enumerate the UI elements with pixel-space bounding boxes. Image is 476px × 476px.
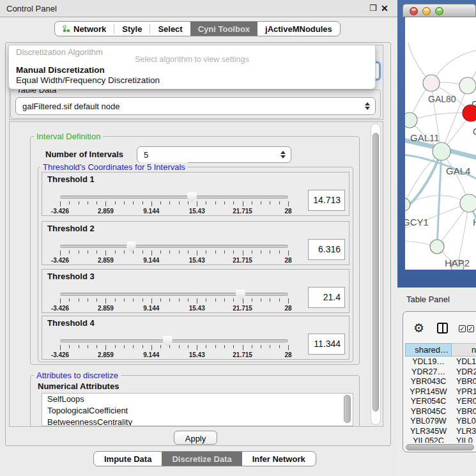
slider-tick: [169, 250, 170, 254]
table-rows[interactable]: YDL19…YDL1YDR27…YDR2YBR043CYBR0YPR145WYP…: [405, 357, 476, 443]
slider-track[interactable]: [60, 339, 288, 342]
tab-discretize-data[interactable]: Discretize Data: [162, 452, 242, 466]
network-node[interactable]: [423, 75, 440, 91]
column-header-name[interactable]: name: [452, 343, 476, 357]
slider-thumb[interactable]: [236, 289, 245, 300]
h-scrollbar-thumb[interactable]: [406, 444, 474, 450]
slider-tick: [79, 345, 79, 348]
threshold-panel: Threshold 4-3.4262.8599.14415.4321.71528…: [42, 316, 349, 360]
table-row[interactable]: YBR043CYBR0: [405, 377, 476, 387]
slider-tick: [197, 250, 197, 256]
table-row[interactable]: YDL19…YDL1: [405, 357, 476, 367]
node-label: GAL4: [446, 165, 470, 176]
table-header[interactable]: shared… name: [405, 343, 476, 357]
slider-tick: [224, 298, 225, 302]
float-icon[interactable]: ❒: [369, 3, 377, 13]
tab-network[interactable]: Network: [55, 22, 114, 36]
cell-name: YBR0: [452, 407, 476, 417]
threshold-value[interactable]: 14.713: [308, 190, 345, 211]
spinner-arrows-icon[interactable]: [280, 151, 286, 158]
table-row[interactable]: YIL052CYIL0: [405, 436, 476, 443]
slider-tick: [142, 201, 143, 204]
tab-jactivemnodules[interactable]: jActiveMNodules: [257, 22, 340, 36]
slider-tick: [179, 345, 180, 348]
tab-infer-network[interactable]: Infer Network: [242, 452, 316, 466]
attribute-item[interactable]: BetweennessCentrality: [42, 417, 353, 426]
list-scrollbar[interactable]: [344, 395, 351, 423]
popup-option[interactable]: Manual Discretization: [11, 65, 373, 76]
slider-tick: [261, 250, 261, 254]
slider-tick-label: 28: [284, 305, 291, 312]
table-row[interactable]: YLR345WYLR3: [405, 427, 476, 437]
tab-select[interactable]: Select: [150, 22, 190, 36]
slider-tick: [115, 298, 116, 302]
threshold-value[interactable]: 6.316: [308, 239, 345, 260]
slider-tick: [151, 250, 152, 256]
attribute-item[interactable]: TopologicalCoefficient: [42, 405, 353, 417]
threshold-value[interactable]: 11.344: [308, 334, 345, 355]
tab-impute-data[interactable]: Impute Data: [94, 452, 162, 466]
slider-tick: [179, 201, 180, 204]
slider-thumb[interactable]: [163, 336, 173, 347]
table-row[interactable]: YPR145WYPR1: [405, 387, 476, 397]
threshold-value[interactable]: 21.4: [308, 287, 345, 308]
checkbox-icon[interactable]: ✓: [459, 325, 466, 332]
slider-track[interactable]: [60, 245, 288, 248]
tab-style[interactable]: Style: [114, 22, 150, 36]
panel-scrollbar-track[interactable]: [371, 123, 381, 425]
control-panel-titlebar: [0, 0, 397, 17]
checkbox-icon[interactable]: ✓: [467, 325, 474, 332]
table-data-value: galFiltered.sif default node: [22, 102, 119, 111]
spinner-arrows-icon[interactable]: [365, 102, 370, 110]
cell-shared-name: YBR045C: [405, 407, 452, 417]
tab-label: Network: [73, 24, 106, 34]
slider-tick: [233, 201, 234, 204]
slider-tick: [261, 345, 261, 348]
network-node[interactable]: [405, 198, 410, 211]
network-canvas[interactable]: GAL80G.CGAL11GAL4GCY1HHAP2: [405, 17, 476, 270]
columns-icon[interactable]: [437, 323, 448, 334]
close-icon[interactable]: ✕: [381, 3, 388, 13]
num-intervals-combo[interactable]: 5: [137, 146, 291, 163]
threshold-title: Threshold 2: [47, 224, 95, 233]
gear-icon[interactable]: ⚙: [413, 322, 424, 334]
network-node[interactable]: [459, 77, 476, 94]
column-header-shared[interactable]: shared…: [405, 343, 452, 357]
slider-track[interactable]: [60, 196, 288, 199]
slider-tick: [96, 345, 97, 348]
slider-tick: [188, 250, 188, 254]
slider-tick: [115, 250, 116, 254]
slider-tick-label: -3.426: [51, 305, 69, 312]
minimize-light-icon[interactable]: [422, 7, 431, 15]
slider-tick: [133, 345, 134, 348]
thresholds-group-label: Threshold's Coordinates for 5 Intervals: [40, 162, 188, 172]
panel-scrollbar-thumb[interactable]: [372, 133, 379, 411]
zoom-light-icon[interactable]: [435, 7, 443, 15]
tab-label: Select: [158, 24, 182, 34]
table-data-combo[interactable]: galFiltered.sif default node: [15, 97, 376, 115]
network-node[interactable]: [430, 240, 444, 254]
close-light-icon[interactable]: [410, 7, 418, 15]
apply-button[interactable]: Apply: [174, 431, 217, 445]
table-row[interactable]: YDR27…YDR2: [405, 367, 476, 378]
slider-track[interactable]: [60, 293, 288, 296]
numerical-attributes-list[interactable]: SelfLoopsTopologicalCoefficientBetweenne…: [42, 393, 353, 426]
tab-cyni-toolbox[interactable]: Cyni Toolbox: [190, 22, 257, 36]
slider-tick-label: 9.144: [143, 305, 159, 312]
cell-name: YBL0: [452, 417, 476, 427]
popup-option[interactable]: Equal Width/Frequency Discretization: [11, 75, 373, 86]
table-row[interactable]: YBR045CYBR0: [405, 407, 476, 417]
slider-thumb[interactable]: [127, 242, 136, 252]
table-row[interactable]: YER054CYER0: [405, 397, 476, 407]
network-node[interactable]: [433, 142, 450, 160]
table-panel-box: ⚙ ✓ ✓ shared… name YDL19…YDL1YDR27…YDR2Y…: [403, 311, 476, 452]
attribute-item[interactable]: SelfLoops: [42, 394, 353, 405]
cell-shared-name: YER054C: [405, 397, 452, 407]
table-row[interactable]: YBL079WYBL0: [405, 417, 476, 427]
slider-thumb[interactable]: [187, 192, 197, 203]
network-node[interactable]: [405, 112, 417, 128]
network-window-titlebar[interactable]: [403, 4, 476, 17]
slider-tick: [197, 298, 197, 303]
slider-tick-label: 9.144: [143, 351, 159, 358]
network-node[interactable]: [460, 194, 476, 212]
